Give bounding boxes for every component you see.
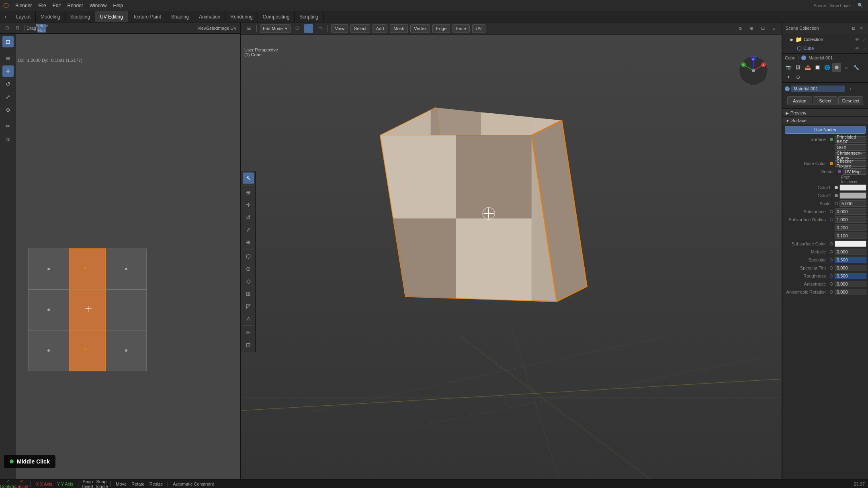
vp-select-tool[interactable]: ↖ [243, 172, 254, 184]
subsurface-method-value[interactable]: Christensen-Burley [835, 152, 866, 159]
vp-loop-cut-tool[interactable]: ⊞ [243, 288, 254, 299]
distribution-value[interactable]: GGX [835, 144, 866, 151]
object-props-icon[interactable]: ○ [842, 63, 851, 72]
mesh-menu-btn[interactable]: Mesh [390, 24, 408, 33]
base-color-value[interactable]: Checker Texture [835, 160, 866, 167]
cube-item[interactable]: ⬡ Cube 👁 ○ [782, 44, 868, 53]
filter-btn[interactable]: ⊡ [850, 25, 857, 31]
search-icon[interactable]: 🔍 [858, 3, 863, 8]
view-menu-btn[interactable]: View [331, 24, 348, 33]
vp-inset-tool[interactable]: ⊙ [243, 263, 254, 274]
add-menu-btn[interactable]: Add [373, 24, 388, 33]
preview-section-header[interactable]: ▶ Preview [782, 109, 868, 116]
uv-view-btn[interactable]: View [198, 24, 207, 33]
rotate-tool[interactable]: ↺ [2, 78, 14, 90]
cancel-btn[interactable]: ✕ Cancel [17, 480, 26, 488]
tab-shading[interactable]: Shading [166, 11, 194, 22]
tab-animation[interactable]: Animation [194, 11, 225, 22]
confirm-btn[interactable]: ✓ Confirm [3, 480, 12, 488]
vp-knife-tool[interactable]: ◸ [243, 300, 254, 311]
snap-btn[interactable]: ⊡ [758, 24, 767, 33]
face-menu-btn[interactable]: Face [452, 24, 469, 33]
vp-cursor-tool[interactable]: ⊕ [243, 186, 254, 198]
vp-measure-tool[interactable]: ⊡ [243, 339, 254, 350]
color1-swatch[interactable] [839, 184, 866, 191]
modifier-icon[interactable]: 🔧 [852, 63, 860, 72]
subsurface-radius-value[interactable]: 1.000 [835, 216, 866, 223]
scene-props-icon[interactable]: 📷 [784, 63, 793, 72]
sort-btn[interactable]: ≡ [858, 25, 865, 31]
menu-blender[interactable]: Blender [12, 2, 35, 9]
select-menu-btn[interactable]: Select [350, 24, 370, 33]
menu-render[interactable]: Render [64, 2, 86, 9]
menu-edit[interactable]: Edit [49, 2, 64, 9]
uv-drag-btn[interactable]: Drag [27, 24, 36, 33]
remove-material-btn[interactable]: − [857, 84, 866, 93]
vp-extrude-tool[interactable]: ⬡ [243, 250, 254, 261]
vp-scale-tool[interactable]: ⤢ [243, 224, 254, 235]
metallic-value[interactable]: 0.000 [835, 249, 866, 255]
add-workspace-btn[interactable]: + [0, 11, 11, 22]
output-props-icon[interactable]: 📤 [803, 63, 812, 72]
tab-rendering[interactable]: Rendering [225, 11, 258, 22]
uv-editor-type-btn[interactable]: ⊞ [2, 24, 11, 33]
deselect-btn[interactable]: Deselect [838, 96, 863, 105]
snap-toggle-btn[interactable]: Snap Toggle [97, 480, 106, 488]
vp-bevel-tool[interactable]: ◇ [243, 275, 254, 286]
select-btn[interactable]: Select [813, 96, 838, 105]
subsurface-color-swatch[interactable] [835, 241, 866, 247]
transform-tool[interactable]: ⊕ [2, 104, 14, 115]
vector-value[interactable]: UV Map [843, 168, 866, 175]
edge-select-btn[interactable]: — [304, 24, 313, 33]
overlay-btn[interactable]: ⊙ [736, 24, 745, 33]
use-nodes-btn[interactable]: Use Nodes [785, 126, 866, 134]
subsurface-radius-2-value[interactable]: 0.200 [835, 225, 866, 231]
particles-icon[interactable]: ✦ [784, 73, 793, 82]
uv-select-box-btn[interactable]: Select Box [37, 24, 46, 33]
menu-window[interactable]: Window [86, 2, 110, 9]
tab-uv-editing[interactable]: UV Editing [95, 11, 128, 22]
vp-polypen-tool[interactable]: △ [243, 312, 254, 324]
subsurface-radius-3-value[interactable]: 0.100 [835, 233, 866, 239]
view-layer-icon[interactable]: 🔲 [813, 63, 822, 72]
cursor-tool[interactable]: ⊕ [2, 53, 14, 64]
uv-image-btn[interactable]: Image [219, 24, 227, 33]
uv-select-btn[interactable]: Select [208, 24, 217, 33]
add-material-btn[interactable]: + [846, 84, 855, 93]
annotate-tool[interactable]: ✏ [2, 120, 14, 132]
specular-value[interactable]: 0.500 [835, 257, 866, 263]
menu-file[interactable]: File [35, 2, 49, 9]
anisotropic-rotation-value[interactable]: 0.000 [835, 289, 866, 295]
physics-icon[interactable]: ⊙ [794, 73, 802, 82]
menu-help[interactable]: Help [110, 2, 126, 9]
anisotropic-value[interactable]: 0.000 [835, 281, 866, 287]
tab-sculpting[interactable]: Sculpting [66, 11, 95, 22]
tab-modeling[interactable]: Modeling [36, 11, 66, 22]
uv-uv-btn[interactable]: UV [229, 24, 238, 33]
edit-mode-dropdown[interactable]: Edit Mode ▼ [260, 24, 291, 33]
color2-swatch[interactable] [839, 192, 866, 199]
edge-menu-btn[interactable]: Edge [432, 24, 450, 33]
surface-type-value[interactable]: Principled BSDF [835, 136, 866, 143]
move-tool[interactable]: ✛ [2, 65, 14, 77]
vertex-select-btn[interactable]: ⬡ [293, 24, 302, 33]
viewport-canvas[interactable]: X Y Z ↖ ⊕ ✛ [241, 35, 782, 488]
collection-item[interactable]: ▶ 📁 Collection 👁 ○ [782, 35, 868, 44]
tab-compositing[interactable]: Compositing [258, 11, 295, 22]
render-props-icon[interactable]: 🖼 [794, 63, 802, 72]
vp-transform-tool[interactable]: ⊕ [243, 236, 254, 247]
tab-scripting[interactable]: Scripting [295, 11, 323, 22]
select-box-tool[interactable]: ⊡ [2, 36, 14, 47]
uv-mode-btn[interactable]: ⊡ [13, 24, 22, 33]
vertex-menu-btn[interactable]: Vertex [410, 24, 430, 33]
vp-rotate-tool[interactable]: ↺ [243, 211, 254, 223]
gizmo-btn[interactable]: ⊕ [747, 24, 756, 33]
uv-menu-btn[interactable]: UV [472, 24, 485, 33]
snap-invert-btn[interactable]: Snap Invert [83, 480, 92, 488]
roughness-value[interactable]: 0.500 [835, 273, 866, 279]
assign-btn[interactable]: Assign [787, 96, 812, 105]
face-select-btn[interactable]: □ [315, 24, 324, 33]
vp-annotate-tool[interactable]: ✏ [243, 327, 254, 338]
tab-layout[interactable]: Layout [11, 11, 36, 22]
material-icon[interactable]: ⬟ [832, 63, 841, 72]
